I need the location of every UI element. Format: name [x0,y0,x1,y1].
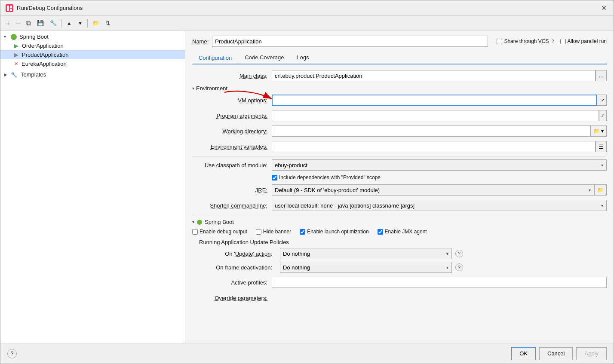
settings-button[interactable]: 🔧 [48,18,59,28]
enable-launch-label[interactable]: Enable launch optimization [300,229,368,235]
working-dir-input[interactable] [272,125,590,137]
on-update-row: On 'Update' action: Do nothingUpdate res… [199,248,607,259]
apply-button[interactable]: Apply [576,347,607,360]
vm-options-input[interactable] [272,95,597,106]
running-policies-section: Running Application Update Policies On '… [199,239,607,273]
vm-expand-btn[interactable]: +⤢ [597,95,607,106]
parallel-run-label[interactable]: Allow parallel run [560,38,607,44]
svg-rect-0 [6,4,13,12]
include-deps-checkbox[interactable] [272,175,277,180]
env-vars-input[interactable] [272,141,596,152]
spring-boot-icon-sm [197,220,202,225]
include-deps-label[interactable]: Include dependencies with "Provided" sco… [272,174,381,180]
tree-product-app[interactable]: ▶ ProductApplication [0,50,185,59]
classpath-dropdown[interactable]: ebuy-product [272,159,607,171]
svg-rect-2 [10,6,12,8]
spring-boot-collapse-icon[interactable]: ▾ [192,220,194,224]
move-up-button[interactable]: ▲ [64,19,74,28]
order-run-icon: ▶ [14,43,18,49]
on-update-dropdown[interactable]: Do nothingUpdate resourcesUpdate classes… [280,248,452,259]
override-params-label: Override parameters: [192,295,272,301]
shorten-cmd-label: Shorten command line: [192,202,272,209]
enable-jmx-label[interactable]: Enable JMX agent [378,229,427,235]
templates-label: Templates [21,71,46,78]
close-button[interactable]: ✕ [599,4,608,12]
program-args-expand-btn[interactable]: ⤢ [599,110,607,121]
tree-templates[interactable]: ▶ 🔧 Templates [0,70,185,79]
parallel-run-checkbox[interactable] [560,39,566,44]
enable-launch-text: Enable launch optimization [307,229,368,235]
vm-options-label: VM options: [192,97,272,104]
expand-icon: ▾ [4,34,9,39]
override-params-row: Override parameters: [192,292,607,304]
env-vars-label: Environment variables: [192,144,272,150]
help-button[interactable]: ? [7,349,17,358]
svg-rect-3 [10,9,12,11]
jre-dropdown[interactable]: Default (9 - SDK of 'ebuy-product' modul… [272,184,594,196]
enable-jmx-checkbox[interactable] [378,229,383,235]
tab-logs[interactable]: Logs [290,51,315,64]
enable-debug-checkbox[interactable] [192,229,198,235]
spring-boot-section-label: Spring Boot [205,219,234,225]
svg-rect-1 [7,6,9,11]
bottom-right: OK Cancel Apply [511,347,607,360]
working-dir-label: Working directory: [192,128,272,135]
left-panel: ▾ Spring Boot ▶ OrderApplication ▶ Produ… [0,31,185,343]
enable-debug-label[interactable]: Enable debug output [192,229,247,235]
app-icon [6,4,13,12]
main-class-browse-btn[interactable]: … [596,70,607,81]
title-bar: Run/Debug Configurations ✕ [0,0,614,16]
tree-order-app[interactable]: ▶ OrderApplication [0,41,185,50]
main-class-input-area: … [272,70,607,81]
shorten-cmd-dropdown[interactable]: user-local default: none - java [options… [272,200,607,211]
main-class-input[interactable] [272,70,596,81]
sort-button[interactable]: ⇅ [103,18,112,28]
env-vars-input-area: ☰ [272,141,607,152]
config-form: Main class: … ▾ Environment VM options: [192,70,607,307]
enable-launch-checkbox[interactable] [300,229,305,235]
folder-button[interactable]: 📁 [90,18,101,28]
enable-jmx-text: Enable JMX agent [385,229,427,235]
running-policies-title: Running Application Update Policies [199,239,607,245]
share-vcs-checkbox[interactable] [497,39,502,44]
share-vcs-label: Share through VCS [504,38,549,44]
tree-springboot-parent[interactable]: ▾ Spring Boot [0,32,185,41]
environment-section-header: ▾ Environment [192,85,607,92]
jre-browse-btn[interactable]: 📁 [594,184,607,196]
program-args-row: Program arguments: ⤢ [192,110,607,122]
jre-dropdown-container: Default (9 - SDK of 'ebuy-product' modul… [272,184,594,196]
tab-code-coverage[interactable]: Code Coverage [238,51,290,64]
tree-eureka-app[interactable]: ✕ EurekaApplication [0,59,185,68]
active-profiles-input[interactable] [272,277,607,288]
jre-label: JRE: [192,187,272,193]
working-dir-browse-btn[interactable]: 📁 ▾ [590,125,607,137]
bottom-bar: ? OK Cancel Apply [0,343,614,364]
env-collapse-icon[interactable]: ▾ [192,86,194,91]
share-vcs-help[interactable]: ? [551,39,554,44]
program-args-input[interactable] [272,110,599,121]
add-button[interactable]: + [4,18,12,28]
name-input[interactable] [212,36,488,47]
springboot-icon [11,34,17,40]
eureka-error-icon: ✕ [14,61,18,67]
copy-button[interactable]: ⧉ [24,18,33,28]
cancel-button[interactable]: Cancel [539,347,573,360]
env-vars-row: Environment variables: ☰ [192,141,607,153]
env-vars-browse-btn[interactable]: ☰ [596,141,607,152]
share-vcs-checkbox-label[interactable]: Share through VCS [497,38,549,44]
move-down-button[interactable]: ▼ [76,19,85,28]
right-panel: Name: Share through VCS ? Allow parallel… [185,31,614,343]
working-dir-input-area: 📁 ▾ [272,125,607,137]
separator [61,19,62,28]
save-button[interactable]: 💾 [35,18,46,28]
on-update-help-icon[interactable]: ? [455,250,463,257]
hide-banner-checkbox[interactable] [256,229,261,235]
ok-button[interactable]: OK [511,347,536,360]
hide-banner-label[interactable]: Hide banner [256,229,291,235]
tab-configuration[interactable]: Configuration [192,51,238,64]
spring-boot-header: ▾ Spring Boot [192,219,607,225]
on-frame-dropdown[interactable]: Do nothingUpdate resourcesUpdate classes… [280,262,452,273]
on-frame-label: On frame deactivation: [199,264,276,271]
on-frame-help-icon[interactable]: ? [455,263,463,271]
remove-button[interactable]: − [14,18,22,28]
